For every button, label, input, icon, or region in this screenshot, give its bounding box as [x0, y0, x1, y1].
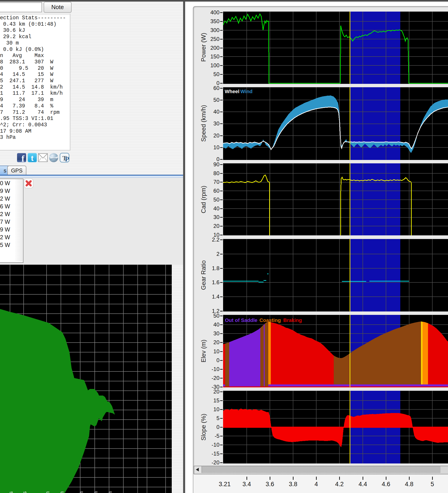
svg-text:2: 2: [216, 251, 219, 257]
svg-text:4.8: 4.8: [405, 481, 414, 488]
svg-text:90: 90: [213, 161, 219, 168]
svg-text:1.4: 1.4: [212, 293, 219, 300]
svg-text:60: 60: [213, 188, 219, 194]
svg-text:3.21: 3.21: [219, 481, 231, 488]
svg-text:Out of Saddle: Out of Saddle: [225, 317, 258, 323]
svg-text:-5: -5: [215, 433, 219, 439]
svg-text:30: 30: [213, 214, 219, 220]
svg-text:20: 20: [213, 389, 219, 395]
svg-text:Elev (m): Elev (m): [200, 340, 207, 363]
svg-text:20: 20: [213, 223, 219, 229]
svg-text:350: 350: [210, 18, 219, 24]
svg-text:2.2: 2.2: [212, 236, 219, 243]
svg-text:50: 50: [213, 313, 219, 319]
svg-text:4: 4: [314, 481, 318, 488]
svg-text:150: 150: [210, 53, 219, 59]
svg-text:0: 0: [216, 424, 219, 430]
svg-text:20: 20: [213, 339, 219, 345]
svg-text:10: 10: [213, 144, 219, 150]
svg-text:10: 10: [213, 406, 219, 412]
svg-text:4.6: 4.6: [382, 481, 390, 488]
svg-text:-20: -20: [212, 459, 219, 466]
svg-text:Gear Ratio: Gear Ratio: [200, 260, 207, 290]
svg-text:3.8: 3.8: [289, 481, 297, 488]
svg-text:Power (W): Power (W): [200, 33, 207, 62]
svg-text:3.4: 3.4: [242, 481, 251, 488]
svg-text:Wheel: Wheel: [225, 89, 239, 94]
svg-text:40: 40: [213, 322, 219, 328]
svg-text:0: 0: [216, 357, 219, 363]
svg-text:100: 100: [210, 62, 219, 68]
svg-text:-10: -10: [212, 366, 219, 372]
svg-text:-20: -20: [212, 375, 219, 381]
svg-text:-15: -15: [212, 450, 219, 457]
svg-text:300: 300: [210, 27, 219, 33]
svg-text:30: 30: [213, 330, 219, 336]
svg-text:Braking: Braking: [283, 317, 302, 323]
svg-text:1.8: 1.8: [212, 265, 219, 271]
svg-text:80: 80: [213, 170, 219, 176]
svg-text:200: 200: [210, 45, 219, 51]
svg-text:Coasting: Coasting: [259, 317, 281, 323]
svg-text:70: 70: [213, 179, 219, 185]
svg-text:4.4: 4.4: [358, 481, 367, 488]
svg-text:50: 50: [213, 197, 219, 203]
svg-text:1.6: 1.6: [212, 279, 219, 285]
svg-text:5: 5: [430, 481, 434, 488]
svg-text:40: 40: [213, 109, 219, 115]
svg-text:60: 60: [213, 85, 219, 91]
svg-text:4.2: 4.2: [335, 481, 344, 488]
svg-text:15: 15: [213, 397, 219, 403]
svg-text:Wind: Wind: [240, 89, 253, 94]
svg-text:250: 250: [210, 36, 219, 42]
svg-text:50: 50: [213, 71, 219, 77]
svg-text:Cad (rpm): Cad (rpm): [200, 186, 207, 213]
svg-text:5: 5: [216, 415, 219, 421]
svg-text:40: 40: [213, 205, 219, 212]
svg-text:3.6: 3.6: [266, 481, 274, 488]
svg-text:Slope (%): Slope (%): [200, 414, 207, 441]
svg-text:20: 20: [213, 133, 219, 139]
svg-text:10: 10: [213, 348, 219, 354]
svg-text:Speed (km/h): Speed (km/h): [200, 105, 207, 142]
svg-text:-10: -10: [212, 442, 219, 448]
svg-text:50: 50: [213, 97, 219, 103]
svg-text:30: 30: [213, 120, 219, 126]
svg-text:400: 400: [210, 9, 219, 15]
